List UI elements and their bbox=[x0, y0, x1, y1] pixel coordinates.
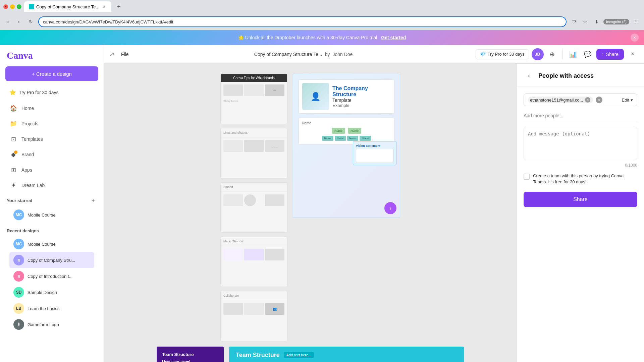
menu-icon[interactable]: ⋮ bbox=[631, 17, 641, 26]
starred-item-mobile-course[interactable]: MC Mobile Course bbox=[9, 207, 94, 223]
maximize-window-button[interactable]: + bbox=[17, 4, 21, 9]
slide-embed[interactable]: Embed bbox=[220, 182, 287, 233]
close-window-button[interactable]: × bbox=[3, 4, 8, 9]
sidebar-item-home[interactable]: 🏠 Home bbox=[3, 101, 101, 116]
org-sub-4: Name bbox=[360, 136, 371, 141]
tab-favicon bbox=[29, 4, 34, 9]
new-tab-button[interactable]: + bbox=[114, 2, 123, 11]
company-slide-wrapper: 👤 The Company Structure Template Example bbox=[293, 74, 400, 218]
tab-close-button[interactable]: × bbox=[101, 4, 107, 9]
sidebar-item-templates[interactable]: ⊡ Templates bbox=[3, 132, 101, 146]
recent-item-copy-company[interactable]: ⊞ Copy of Company Stru... bbox=[9, 252, 94, 268]
canvas-slides-wrapper: Canva Tips for Whiteboards ✏ Sticky Note… bbox=[157, 74, 464, 362]
browser-titlebar: × – + Copy of Company Structure Te... × … bbox=[0, 0, 644, 13]
share-submit-button[interactable]: Share bbox=[524, 192, 637, 207]
share-team-row: Create a team with this person by trying… bbox=[524, 173, 637, 185]
create-team-checkbox[interactable] bbox=[524, 174, 530, 180]
slide-team-structure[interactable]: Team Structure Add text here... Name Rol… bbox=[229, 347, 464, 362]
sidebar-label-templates: Templates bbox=[21, 136, 43, 142]
slide-collaborate[interactable]: Collaborate 👥 bbox=[220, 291, 287, 341]
collaborate-header: Collaborate bbox=[221, 291, 287, 300]
recent-item-copy-intro[interactable]: ⊞ Copy of Introduction t... bbox=[9, 268, 94, 284]
embed-cell-3 bbox=[265, 194, 284, 206]
file-menu-button[interactable]: File bbox=[118, 50, 131, 58]
slide-lines-shapes[interactable]: Lines and Shapes _ _ _ bbox=[220, 128, 287, 178]
next-arrow-button[interactable]: › bbox=[384, 202, 396, 214]
company-slide-title: The Company bbox=[332, 85, 368, 92]
dreamlab-icon: ✦ bbox=[9, 181, 17, 189]
promo-link[interactable]: Get started bbox=[381, 35, 406, 40]
forward-button[interactable]: › bbox=[14, 17, 23, 26]
sidebar-label-home: Home bbox=[21, 106, 34, 111]
incognito-badge[interactable]: Incognito (2) bbox=[603, 19, 629, 24]
minimize-window-button[interactable]: – bbox=[10, 4, 15, 9]
browser-tab[interactable]: Copy of Company Structure Te... × bbox=[24, 1, 111, 12]
home-icon: 🏠 bbox=[9, 104, 17, 112]
refresh-button[interactable]: ↻ bbox=[26, 17, 36, 26]
add-user-button[interactable]: ⊕ bbox=[546, 48, 558, 60]
share-role-dropdown[interactable]: Edit ▾ bbox=[622, 98, 633, 103]
share-email-chip-close-button[interactable]: × bbox=[585, 97, 590, 103]
trash-button[interactable]: 🗑 Trash bbox=[7, 361, 97, 362]
share-role-label: Edit bbox=[622, 98, 629, 103]
lines-header: Lines and Shapes bbox=[221, 128, 287, 137]
slide-company-structure[interactable]: 👤 The Company Structure Template Example bbox=[293, 74, 400, 218]
share-back-button[interactable]: ‹ bbox=[524, 70, 534, 81]
slide-canva-tips[interactable]: Canva Tips for Whiteboards ✏ Sticky Note… bbox=[220, 74, 287, 124]
starred-add-button[interactable]: + bbox=[90, 197, 97, 204]
company-header: 👤 The Company Structure Template Example bbox=[302, 83, 391, 110]
download-icon[interactable]: ⬇ bbox=[592, 17, 601, 26]
sidebar-item-brand[interactable]: ◆ Brand bbox=[3, 147, 101, 162]
back-button[interactable]: ‹ bbox=[3, 17, 13, 26]
team-structure-title: Team Structure bbox=[236, 352, 280, 359]
url-text: canva.com/design/DAGVwWI7eDw/TByK4I4V6ud… bbox=[43, 19, 173, 24]
magic-cell-2 bbox=[244, 249, 264, 260]
try-pro-button[interactable]: 💎 Try Pro for 30 days bbox=[476, 49, 529, 59]
person-photo-area: 👤 The Company Structure Template Example bbox=[299, 79, 394, 114]
collaborate-grid: 👥 bbox=[221, 300, 287, 317]
tips-grid: ✏ bbox=[221, 82, 287, 99]
comment-icon[interactable]: 💬 bbox=[582, 48, 594, 60]
close-panel-button[interactable]: × bbox=[627, 48, 639, 60]
promo-close-button[interactable]: × bbox=[631, 34, 639, 42]
sidebar-item-apps[interactable]: ⊞ Apps bbox=[3, 163, 101, 177]
main-canvas[interactable]: Canva Tips for Whiteboards ✏ Sticky Note… bbox=[104, 64, 517, 362]
recent-item-sample-design[interactable]: SD Sample Design bbox=[9, 284, 94, 300]
bookmark-icon[interactable]: ☆ bbox=[581, 17, 590, 26]
lines-cell-2 bbox=[244, 140, 264, 152]
user-avatar[interactable]: JD bbox=[532, 48, 544, 60]
create-design-button[interactable]: + Create a design bbox=[5, 66, 98, 81]
share-message-input[interactable] bbox=[524, 127, 637, 160]
char-count: 0/1000 bbox=[524, 163, 637, 168]
share-email-chip: ethanstone151@gmail.co... × bbox=[528, 97, 593, 103]
chevron-down-icon: ▾ bbox=[631, 98, 633, 103]
pro-btn-label: Try Pro for 30 days bbox=[488, 52, 525, 57]
topbar-divider bbox=[562, 49, 563, 59]
canvas-topbar: ↗ File Copy of Company Structure Te... b… bbox=[104, 45, 644, 64]
share-button[interactable]: ↑ Share bbox=[596, 49, 624, 60]
recent-item-gamefarm-logo[interactable]: ⬇ Gamefarm Logo bbox=[9, 316, 94, 333]
sidebar-create-area: + Create a design bbox=[5, 66, 98, 81]
slide-meet-team[interactable]: Team Structure Meet your team! This sect… bbox=[157, 347, 224, 362]
sidebar-item-dreamlab[interactable]: ✦ Dream Lab bbox=[3, 178, 101, 193]
external-link-icon[interactable]: ↗ bbox=[109, 51, 114, 58]
app: Canva + Create a design ⭐ Try Pro for 30… bbox=[0, 45, 644, 362]
sidebar-item-projects[interactable]: 📁 Projects bbox=[3, 116, 101, 131]
slide-magic[interactable]: Magic Shortcut bbox=[220, 237, 287, 287]
vision-card: Vision Statement bbox=[353, 141, 396, 165]
vision-card-content bbox=[356, 149, 393, 162]
shield-icon[interactable]: 🛡 bbox=[569, 17, 579, 26]
share-email-clear-button[interactable]: × bbox=[596, 97, 602, 103]
add-more-people-input[interactable] bbox=[524, 110, 637, 121]
recent-item-mobile-course[interactable]: MC Mobile Course bbox=[9, 236, 94, 252]
starred-title: Your starred bbox=[7, 198, 32, 203]
address-bar[interactable]: canva.com/design/DAGVwWI7eDw/TByK4I4V6ud… bbox=[38, 16, 567, 27]
analytics-icon[interactable]: 📊 bbox=[567, 48, 579, 60]
share-icon: ↑ bbox=[602, 52, 604, 57]
sidebar-pro-button[interactable]: ⭐ Try Pro for 30 days bbox=[5, 86, 98, 98]
author-name: John Doe bbox=[332, 52, 353, 57]
recent-section: Recent designs MC Mobile Course ⊞ Copy o… bbox=[0, 224, 104, 334]
sidebar: Canva + Create a design ⭐ Try Pro for 30… bbox=[0, 45, 104, 362]
sidebar-label-projects: Projects bbox=[21, 121, 39, 126]
recent-item-learn-basics[interactable]: LB Learn the basics bbox=[9, 300, 94, 316]
